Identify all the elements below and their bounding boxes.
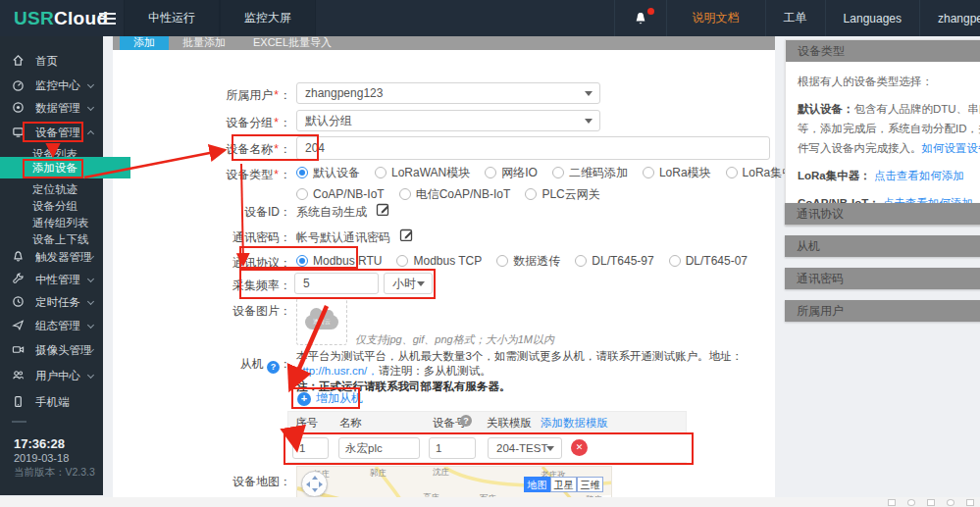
sidebar-subitem-add-device[interactable]: 添加设备: [0, 157, 103, 178]
frequency-input[interactable]: 5: [294, 273, 379, 294]
map-button-3d[interactable]: 三维: [577, 477, 603, 492]
hamburger-menu-icon[interactable]: [90, 0, 124, 36]
sidebar-subitem-device-online-offline[interactable]: 设备上下线: [0, 231, 103, 248]
sidebar-item-user-center[interactable]: 用户中心: [0, 367, 103, 384]
top-tab-neutral-run[interactable]: 中性运行: [124, 0, 220, 36]
sidebar-subitem-device-group[interactable]: 设备分组: [0, 198, 103, 215]
sidebar-item-mobile[interactable]: 手机端: [0, 393, 103, 411]
image-upload-box[interactable]: 透传云: [296, 298, 347, 345]
row-name-input[interactable]: 永宏plc: [338, 437, 420, 459]
comm-password-value: 帐号默认通讯密码: [296, 229, 390, 246]
taskbar-icon: [966, 499, 974, 506]
group-label: 设备分组*：: [174, 115, 291, 131]
clock-icon: [12, 295, 25, 308]
help-question-icon[interactable]: ?: [267, 361, 280, 374]
device-name-label: 设备名称*：: [174, 141, 291, 158]
frequency-unit-select[interactable]: 小时: [384, 273, 433, 294]
sidebar-item-data-management[interactable]: 数据管理: [0, 99, 103, 117]
sidebar-subitem-passthrough-group-list[interactable]: 通传组列表: [0, 215, 103, 231]
sidebar-item-configuration-management[interactable]: 组态管理: [0, 317, 103, 334]
lora-how-to-add-link[interactable]: 点击查看如何添加: [874, 170, 964, 181]
radio-telecom-coap-nbiot[interactable]: 电信CoAP/NB-IoT: [399, 186, 511, 203]
radio-qrcode-add[interactable]: 二维码添加: [552, 165, 628, 181]
sidebar-item-camera-management[interactable]: 摄像头管理: [0, 341, 103, 359]
work-order-link[interactable]: 工单: [765, 0, 825, 36]
radio-icon: [399, 188, 411, 200]
radio-network-io[interactable]: 网络IO: [485, 165, 538, 181]
slave-table-header: 序号 名称 设备号 ? 关联模版 添加数据模版: [287, 411, 687, 433]
sidebar-item-home[interactable]: 首页: [0, 52, 103, 70]
panel-header-protocol[interactable]: 通讯协议: [785, 203, 980, 225]
col-no: 序号: [295, 416, 318, 431]
device-type-radios-row1: 默认设备 LoRaWAN模块 网络IO 二维码添加 LoRa模块 LoRa集中器: [296, 165, 805, 180]
monitor-icon: [12, 126, 25, 138]
radio-default-device[interactable]: 默认设备: [296, 165, 360, 181]
device-no-help-icon[interactable]: ?: [460, 415, 472, 427]
test-platform-link[interactable]: http://h.usr.cn/，: [296, 365, 379, 377]
radio-dlt645-07[interactable]: DL/T645-07: [669, 254, 748, 268]
panel-header-owner[interactable]: 所属用户: [785, 300, 980, 322]
radio-modbus-tcp[interactable]: Modbus TCP: [396, 254, 482, 268]
caret-down-icon: [546, 446, 554, 451]
tab-add[interactable]: 添加: [120, 36, 169, 50]
add-slave-button[interactable]: +增加从机: [297, 390, 363, 407]
bell-icon: [12, 250, 25, 263]
top-tab-monitor-screen[interactable]: 监控大屏: [220, 0, 316, 36]
content-tabs: 添加 批量添加 EXCEL批量导入: [113, 36, 775, 50]
radio-data-passthrough[interactable]: 数据透传: [496, 253, 560, 270]
docs-link[interactable]: 说明文档: [666, 0, 765, 36]
map-pan-control[interactable]: [301, 471, 328, 497]
sidebar-version: 当前版本：V2.3.3: [14, 466, 95, 480]
sidebar-subitem-location-track[interactable]: 定位轨迹: [0, 181, 103, 198]
row-template-select[interactable]: 204-TEST: [488, 437, 562, 459]
caret-down-icon: [417, 281, 425, 286]
logo[interactable]: USRCloud: [0, 0, 90, 36]
sidebar-divider: [12, 421, 26, 423]
radio-icon: [496, 255, 508, 267]
languages-menu[interactable]: Languages: [825, 0, 919, 36]
panel-header-device-type[interactable]: 设备类型: [786, 40, 980, 62]
radio-icon: [485, 167, 496, 178]
add-device-form: 所属用户*： zhangpeng123 设备分组*： 默认分组 设备名称*： 2…: [113, 50, 775, 507]
radio-icon: [296, 255, 308, 267]
radio-icon: [575, 255, 587, 267]
sidebar-item-device-management[interactable]: 设备管理: [0, 124, 103, 141]
sidebar-item-neutral-management[interactable]: 中性管理: [0, 271, 103, 288]
radio-icon: [669, 255, 681, 267]
group-select[interactable]: 默认分组: [296, 110, 600, 131]
panel-header-comm-password[interactable]: 通讯密码: [785, 268, 980, 289]
add-data-template-link[interactable]: 添加数据模版: [541, 416, 608, 431]
device-name-input[interactable]: 204: [296, 136, 770, 160]
radio-icon: [396, 255, 408, 267]
edit-icon[interactable]: [399, 228, 413, 241]
tab-excel-import[interactable]: EXCEL批量导入: [239, 36, 345, 50]
radio-modbus-rtu[interactable]: Modbus RTU: [296, 254, 382, 268]
panel-header-slave[interactable]: 从机: [785, 235, 980, 257]
radio-lorawan-module[interactable]: LoRaWAN模块: [375, 165, 470, 181]
delete-row-button[interactable]: ✕: [571, 439, 588, 456]
radio-coap-nbiot[interactable]: CoAP/NB-IoT: [296, 187, 385, 201]
edit-icon[interactable]: [376, 202, 389, 216]
map-button-map[interactable]: 地图: [524, 477, 550, 492]
row-no-input[interactable]: 1: [292, 437, 329, 459]
user-menu[interactable]: zhangpeng1: [919, 0, 980, 36]
notification-bell-button[interactable]: [614, 0, 666, 36]
sidebar-item-scheduled-tasks[interactable]: 定时任务: [0, 293, 103, 311]
chevron-down-icon: [87, 81, 94, 88]
radio-dlt645-97[interactable]: DL/T645-97: [575, 254, 653, 268]
map-button-satellite[interactable]: 卫星: [550, 477, 577, 492]
sidebar-item-trigger-management[interactable]: 触发器管理: [0, 248, 103, 266]
tab-batch-add[interactable]: 批量添加: [169, 36, 239, 50]
sidebar-item-monitor-center[interactable]: 监控中心: [0, 76, 103, 94]
radio-plc-gateway[interactable]: PLC云网关: [525, 186, 599, 203]
how-to-set-device-link[interactable]: 如何设置设备？: [922, 142, 980, 154]
map-place-label: 郭庄: [370, 468, 387, 480]
bottom-strip: [0, 497, 980, 507]
device-type-radios-row2: CoAP/NB-IoT 电信CoAP/NB-IoT PLC云网关: [296, 186, 600, 202]
radio-icon: [525, 188, 537, 200]
owner-select[interactable]: zhangpeng123: [296, 82, 600, 104]
row-device-no-input[interactable]: 1: [429, 437, 476, 459]
owner-label: 所属用户*：: [174, 87, 291, 104]
device-type-help-panel: 设备类型 根据有人的设备类型选择： 默认设备：包含有人品牌的DTU、串口服务器等…: [785, 39, 980, 226]
radio-lora-module[interactable]: LoRa模块: [643, 165, 711, 181]
